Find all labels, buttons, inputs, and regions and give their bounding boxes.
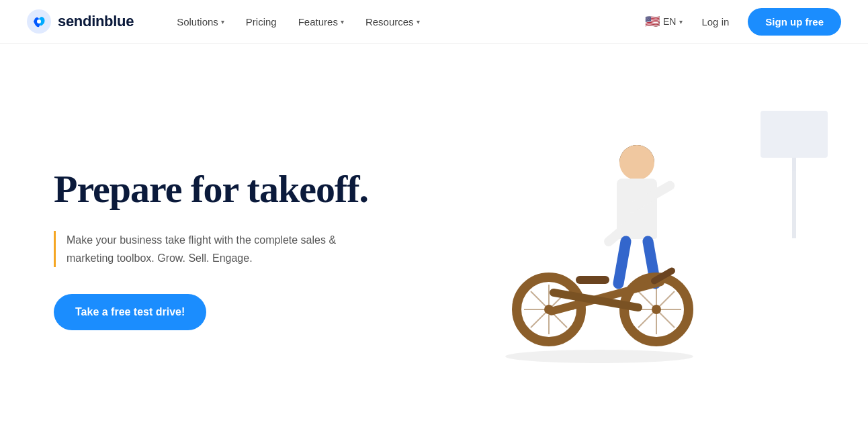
hero-title: Prepare for takeoff.: [54, 168, 376, 211]
signup-button[interactable]: Sign up free: [748, 8, 841, 36]
language-selector[interactable]: 🇺🇸 EN ▾: [645, 14, 683, 29]
svg-line-15: [656, 309, 675, 328]
features-chevron-icon: ▾: [341, 18, 344, 26]
svg-line-6: [531, 291, 549, 309]
nav-pricing[interactable]: Pricing: [236, 11, 286, 33]
svg-line-17: [656, 291, 675, 309]
hero-image-area: [398, 44, 868, 441]
nav-solutions[interactable]: Solutions ▾: [167, 11, 234, 33]
svg-line-16: [638, 309, 656, 328]
hero-section: Prepare for takeoff. Make your business …: [0, 44, 868, 441]
brand-name: sendinblue: [58, 13, 134, 30]
cta-button[interactable]: Take a free test drive!: [54, 294, 206, 330]
hero-subtitle-wrapper: Make your business take flight with the …: [54, 231, 376, 267]
language-label: EN: [663, 16, 676, 27]
svg-point-1: [37, 19, 41, 23]
hero-content: Prepare for takeoff. Make your business …: [54, 168, 376, 330]
svg-line-8: [531, 309, 549, 328]
nav-links: Solutions ▾ Pricing Features ▾ Resources…: [167, 11, 645, 33]
bike-seat: [576, 276, 609, 284]
bike-shadow: [505, 350, 693, 363]
nav-features[interactable]: Features ▾: [289, 11, 353, 33]
hero-subtitle: Make your business take flight with the …: [67, 231, 376, 267]
logo-link[interactable]: sendinblue: [27, 9, 134, 34]
sign-pole: [792, 158, 796, 238]
sendinblue-logo-icon: [27, 9, 51, 34]
rider-head: [619, 145, 654, 180]
lang-chevron-icon: ▾: [679, 18, 683, 26]
nav-right: 🇺🇸 EN ▾ Log in Sign up free: [645, 8, 841, 36]
resources-chevron-icon: ▾: [417, 18, 420, 26]
navbar: sendinblue Solutions ▾ Pricing Features …: [0, 0, 868, 44]
nav-resources[interactable]: Resources ▾: [356, 11, 429, 33]
solutions-chevron-icon: ▾: [221, 18, 224, 26]
flag-icon: 🇺🇸: [645, 14, 660, 29]
bike-scene: [492, 118, 774, 387]
login-link[interactable]: Log in: [693, 11, 737, 33]
